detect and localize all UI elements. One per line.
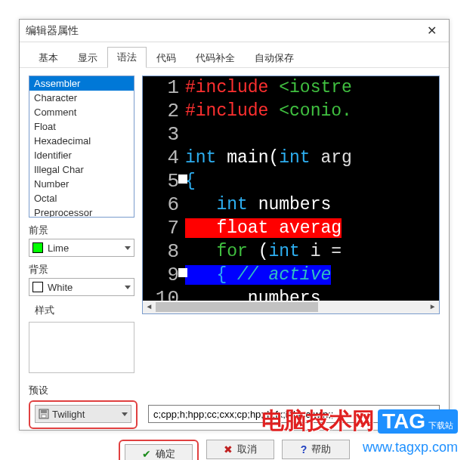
chevron-down-icon [125,286,131,289]
list-item[interactable]: Preprocessor [29,205,134,218]
list-item[interactable]: Comment [29,105,134,119]
list-item[interactable]: Hexadecimal [29,134,134,148]
tab-completion[interactable]: 代码补全 [186,48,245,68]
list-item[interactable]: Number [29,177,134,191]
check-icon: ✔ [142,448,151,460]
preset-row: Twilight [29,399,440,428]
tab-syntax[interactable]: 语法 [107,47,147,68]
tab-autosave[interactable]: 自动保存 [245,48,304,68]
style-label: 样式 [35,304,134,317]
tab-row: 基本 显示 语法 代码 代码补全 自动保存 [20,47,449,68]
list-item[interactable]: Character [29,91,134,105]
code-preview: 1 2 3 4 5 6 7 8 9 10 #include <iostre#in… [142,76,440,314]
extensions-input[interactable] [148,405,440,423]
svg-rect-2 [42,415,46,418]
close-icon[interactable]: ✕ [421,22,443,39]
svg-rect-1 [41,410,47,413]
cancel-button[interactable]: ✖ 取消 [206,440,274,459]
scrollbar-thumb[interactable] [156,302,318,312]
tab-display[interactable]: 显示 [68,48,107,68]
help-button[interactable]: ? 帮助 [282,440,350,459]
scroll-right-icon[interactable]: ► [426,301,439,313]
floppy-icon [39,409,49,419]
fold-marker-icon[interactable] [178,174,187,184]
question-icon: ? [301,443,308,455]
list-item[interactable]: Assembler [29,76,134,91]
left-column: Assembler Character Comment Float Hexade… [29,76,134,373]
list-item[interactable]: Illegal Char [29,162,134,177]
style-listbox[interactable] [29,322,134,373]
preset-label: 预设 [29,384,440,397]
foreground-select[interactable]: Lime [29,239,134,257]
chevron-down-icon [125,246,131,250]
color-swatch-icon [32,282,43,292]
bottom-area: 预设 Twilight ✔ 确定 [20,373,449,460]
preset-select[interactable]: Twilight [35,405,131,423]
scroll-left-icon[interactable]: ◄ [143,301,156,313]
preset-value: Twilight [52,409,85,420]
code-editor-body: #include <iostre#include <conio. int mai… [185,76,439,313]
background-select[interactable]: White [29,278,134,296]
chevron-down-icon [122,412,128,416]
color-swatch-icon [32,242,43,253]
titlebar: 编辑器属性 ✕ [20,20,449,42]
horizontal-scrollbar[interactable]: ◄ ► [143,301,439,313]
x-icon: ✖ [224,443,233,455]
line-number-gutter: 1 2 3 4 5 6 7 8 9 10 [143,76,185,313]
button-row: ✔ 确定 ✖ 取消 ? 帮助 [29,440,440,460]
window-title: 编辑器属性 [26,24,79,38]
list-item[interactable]: Identifier [29,148,134,162]
background-value: White [48,282,73,293]
list-item[interactable]: Float [29,119,134,134]
foreground-label: 前景 [29,224,134,237]
content-pane: Assembler Character Comment Float Hexade… [20,68,449,373]
ok-highlight-box: ✔ 确定 [119,440,199,460]
tab-basic[interactable]: 基本 [29,48,68,68]
tab-code[interactable]: 代码 [147,48,186,68]
preset-highlight-box: Twilight [29,400,138,429]
element-type-list[interactable]: Assembler Character Comment Float Hexade… [29,76,134,218]
ok-button[interactable]: ✔ 确定 [125,444,193,460]
fold-marker-icon[interactable] [178,268,187,277]
background-label: 背景 [29,263,134,276]
right-column: 1 2 3 4 5 6 7 8 9 10 #include <iostre#in… [142,76,440,373]
foreground-value: Lime [48,242,69,254]
dialog-window: 编辑器属性 ✕ 基本 显示 语法 代码 代码补全 自动保存 Assembler … [19,19,450,431]
list-item[interactable]: Octal [29,191,134,205]
